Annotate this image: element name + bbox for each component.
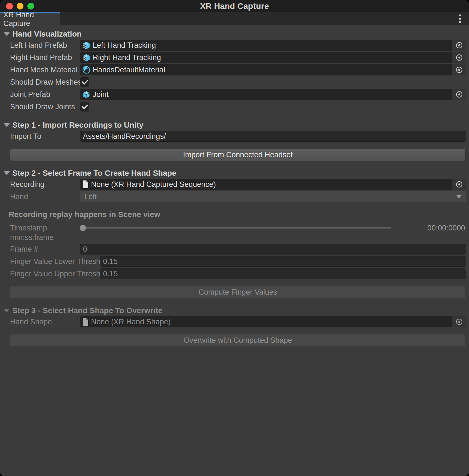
asset-document-icon [82,318,89,326]
close-window-button[interactable] [6,3,13,9]
row-frame-number: Frame # [10,244,466,255]
field-label: Joint Prefab [10,90,80,99]
row-finger-lower-threshold: Finger Value Lower Threshold [10,256,466,267]
object-picker-button [452,316,466,327]
circle-dot-icon [455,318,463,326]
xr-hand-capture-window: XR Hand Capture XR Hand Capture Hand Vis… [0,0,469,476]
object-picker-button[interactable] [452,89,466,100]
kebab-icon [458,14,462,24]
foldout-step3[interactable]: Step 3 - Select Hand Shape To Overwrite [0,305,469,316]
section-title: Step 1 - Import Recordings to Unity [12,121,143,130]
prefab-model-icon [82,53,90,62]
timestamp-sublabel: mm:ss:frame [10,233,466,242]
field-value: None (XR Hand Captured Sequence) [91,180,452,189]
field-label: Should Draw Meshes [10,78,80,87]
should-draw-joints-checkbox[interactable] [80,102,89,111]
prefab-model-icon [82,41,90,49]
field-value: Left Hand Tracking [93,41,452,50]
circle-dot-icon [455,91,463,98]
row-should-draw-joints: Should Draw Joints [10,101,466,112]
finger-upper-threshold-input [100,268,466,279]
zoom-window-button[interactable] [27,3,34,9]
asset-document-icon [82,180,89,189]
row-right-hand-prefab: Right Hand Prefab Right Hand Tracking [10,52,466,63]
field-value: None (XR Hand Shape) [91,318,452,326]
section-title: Hand Visualization [12,30,82,39]
foldout-triangle-icon [4,171,10,175]
prefab-cube-icon [82,90,90,99]
import-from-headset-button[interactable]: Import From Connected Headset [10,149,466,161]
row-joint-prefab: Joint Prefab Joint [10,89,466,100]
row-should-draw-meshes: Should Draw Meshes [10,77,466,88]
checkmark-icon [82,103,88,109]
hand-dropdown: Left [80,191,466,202]
left-hand-prefab-field[interactable]: Left Hand Tracking [80,40,466,51]
window-title: XR Hand Capture [200,1,269,11]
field-value: Joint [93,90,452,99]
row-timestamp: Timestamp 00:00:0000 [10,222,466,234]
object-picker-button[interactable] [452,52,466,63]
field-label: Frame # [10,245,80,254]
row-finger-upper-threshold: Finger Value Upper Threshold [10,268,466,279]
slider-track [80,227,391,229]
row-hand-mesh-material: Hand Mesh Material HandsDefaultMaterial [10,64,466,75]
row-left-hand-prefab: Left Hand Prefab Left Hand Tracking [10,40,466,51]
field-value: HandsDefaultMaterial [93,66,452,74]
row-recording: Recording None (XR Hand Captured Sequenc… [10,179,466,190]
inspector-body: Hand Visualization Left Hand Prefab [0,25,469,476]
foldout-step2[interactable]: Step 2 - Select Frame To Create Hand Sha… [0,168,469,179]
circle-dot-icon [455,41,463,49]
recording-field[interactable]: None (XR Hand Captured Sequence) [80,179,466,190]
circle-dot-icon [455,180,463,188]
field-label: Hand [10,192,80,201]
field-label: Hand Shape [10,318,80,326]
minimize-window-button[interactable] [17,3,23,9]
object-picker-button[interactable] [452,40,466,51]
field-label: Import To [10,132,80,141]
titlebar: XR Hand Capture [0,0,469,12]
field-label: Should Draw Joints [10,103,80,111]
hand-mesh-material-field[interactable]: HandsDefaultMaterial [80,64,466,75]
foldout-step1[interactable]: Step 1 - Import Recordings to Unity [0,120,469,131]
tab-bar: XR Hand Capture [0,12,469,25]
right-hand-prefab-field[interactable]: Right Hand Tracking [80,52,466,63]
import-to-input[interactable] [80,131,466,142]
material-sphere-icon [82,66,90,74]
overwrite-with-computed-shape-button: Overwrite with Computed Shape [10,334,466,346]
foldout-triangle-icon [4,32,10,36]
tab-xr-hand-capture[interactable]: XR Hand Capture [0,12,60,25]
section-title: Step 2 - Select Frame To Create Hand Sha… [12,169,176,178]
chevron-down-icon [456,195,462,198]
replay-note: Recording replay happens in Scene view [9,210,466,220]
frame-number-input [80,244,466,254]
section-title: Step 3 - Select Hand Shape To Overwrite [12,306,162,315]
field-label: Recording [10,180,80,189]
timestamp-slider [80,222,391,234]
field-label: Hand Mesh Material [10,66,80,74]
joint-prefab-field[interactable]: Joint [80,89,466,100]
field-label: Finger Value Lower Threshold [10,257,100,266]
field-label: Finger Value Upper Threshold [10,270,100,278]
foldout-triangle-icon [4,123,10,127]
object-picker-button[interactable] [452,179,466,190]
foldout-hand-visualization[interactable]: Hand Visualization [0,28,469,40]
row-hand: Hand Left [10,191,466,202]
circle-dot-icon [455,66,463,74]
field-label: Left Hand Prefab [10,41,80,50]
dropdown-value: Left [84,192,456,201]
should-draw-meshes-checkbox[interactable] [80,77,89,87]
finger-lower-threshold-input [100,256,466,267]
circle-dot-icon [455,54,463,61]
row-hand-shape: Hand Shape None (XR Hand Shape) [10,316,466,327]
foldout-triangle-icon [4,309,10,313]
slider-thumb [80,225,86,231]
hand-shape-field: None (XR Hand Shape) [80,316,466,327]
compute-finger-values-button: Compute Finger Values [10,286,466,298]
object-picker-button[interactable] [452,64,466,75]
field-value: Right Hand Tracking [93,53,452,62]
row-import-to: Import To [10,131,466,142]
window-menu-button[interactable] [455,12,465,25]
timestamp-value: 00:00:0000 [395,224,466,232]
field-label: Timestamp [10,224,80,232]
field-label: Right Hand Prefab [10,53,80,62]
